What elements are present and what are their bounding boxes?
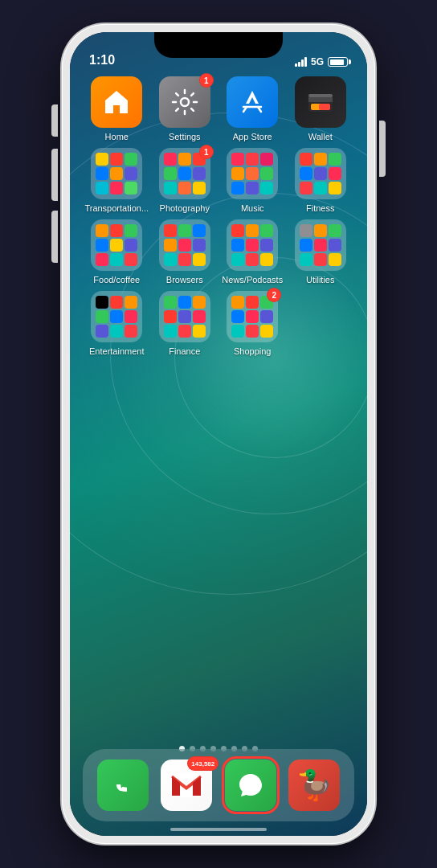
mini-app bbox=[300, 182, 312, 194]
mini-app bbox=[96, 224, 108, 237]
mini-app bbox=[96, 310, 108, 323]
app-appstore[interactable]: App Store bbox=[220, 76, 284, 141]
home-indicator[interactable] bbox=[170, 828, 267, 831]
mini-app bbox=[260, 325, 273, 338]
dock-messages[interactable] bbox=[225, 760, 276, 811]
status-icons: 5G bbox=[295, 56, 348, 68]
dock-messages-icon bbox=[225, 760, 276, 811]
app-home[interactable]: Home bbox=[84, 76, 149, 141]
folder-transportation-label: Transportation... bbox=[84, 203, 149, 213]
folder-transportation[interactable]: Transportation... bbox=[84, 148, 149, 213]
mini-app bbox=[246, 310, 259, 323]
mini-app bbox=[125, 153, 137, 166]
mini-app bbox=[314, 239, 327, 252]
folder-entertainment[interactable]: Entertainment bbox=[84, 291, 149, 356]
dock-duckduckgo-icon: 🦆 bbox=[288, 760, 340, 811]
mini-app bbox=[231, 224, 244, 237]
mini-app bbox=[110, 153, 123, 166]
mini-app bbox=[231, 296, 244, 309]
network-type: 5G bbox=[311, 56, 324, 68]
mini-app bbox=[246, 153, 259, 166]
mini-app bbox=[231, 310, 244, 323]
app-settings-label: Settings bbox=[169, 132, 201, 141]
mini-app bbox=[193, 296, 206, 309]
mini-app bbox=[231, 325, 244, 338]
home-screen: 1:10 5G bbox=[70, 32, 367, 836]
dock-messages-wrap bbox=[225, 760, 276, 811]
folder-music-icon bbox=[227, 148, 278, 199]
mini-app bbox=[110, 182, 123, 194]
mini-app bbox=[193, 182, 206, 194]
dock-phone[interactable] bbox=[97, 760, 149, 811]
mini-app bbox=[300, 239, 312, 252]
shopping-badge: 2 bbox=[267, 288, 281, 302]
app-wallet-icon bbox=[295, 76, 346, 128]
volume-up-button[interactable] bbox=[51, 149, 58, 201]
folder-fitness-icon bbox=[295, 148, 346, 199]
mini-app bbox=[96, 182, 108, 194]
folder-newspodcasts-label: News/Podcasts bbox=[222, 275, 283, 285]
mini-app bbox=[164, 239, 177, 252]
mini-app bbox=[164, 325, 177, 338]
folder-utilities[interactable]: Utilities bbox=[288, 219, 353, 285]
mini-app bbox=[125, 239, 137, 252]
mini-app bbox=[260, 253, 273, 266]
folder-finance-label: Finance bbox=[169, 346, 200, 356]
app-wallet[interactable]: Wallet bbox=[288, 76, 353, 141]
folder-newspodcasts[interactable]: News/Podcasts bbox=[220, 219, 284, 285]
mini-app bbox=[300, 224, 312, 237]
mini-app bbox=[125, 224, 137, 237]
mini-app bbox=[246, 167, 259, 180]
folder-shopping[interactable]: 2 Shopping bbox=[220, 291, 284, 356]
gmail-badge: 143,582 bbox=[187, 756, 218, 771]
volume-down-button[interactable] bbox=[51, 211, 58, 263]
folder-finance-icon bbox=[159, 291, 210, 342]
mini-app bbox=[110, 224, 123, 237]
mini-app bbox=[193, 325, 206, 338]
mute-button[interactable] bbox=[51, 104, 58, 137]
mini-app bbox=[178, 239, 191, 252]
power-button[interactable] bbox=[379, 121, 386, 177]
folder-fitness[interactable]: Fitness bbox=[288, 148, 353, 213]
mini-app bbox=[193, 239, 206, 252]
folder-photography-label: Photography bbox=[160, 203, 210, 213]
app-appstore-wrap bbox=[227, 76, 278, 128]
mini-app bbox=[178, 310, 191, 323]
mini-app bbox=[164, 182, 177, 194]
folder-newspodcasts-icon bbox=[227, 219, 278, 271]
folder-browsers-label: Browsers bbox=[166, 275, 203, 285]
mini-app bbox=[246, 325, 259, 338]
mini-app bbox=[193, 224, 206, 237]
mini-app bbox=[96, 239, 108, 252]
app-settings[interactable]: 1 Settings bbox=[153, 76, 217, 141]
folder-photography-wrap: 1 bbox=[159, 148, 210, 199]
mini-app bbox=[125, 325, 137, 338]
folder-photography[interactable]: 1 Photography bbox=[153, 148, 217, 213]
mini-app bbox=[260, 239, 273, 252]
folder-finance[interactable]: Finance bbox=[153, 291, 217, 356]
folder-music[interactable]: Music bbox=[220, 148, 284, 213]
mini-app bbox=[110, 239, 123, 252]
mini-app bbox=[178, 167, 191, 180]
mini-app bbox=[260, 167, 273, 180]
mini-app bbox=[193, 310, 206, 323]
mini-app bbox=[231, 239, 244, 252]
status-time: 1:10 bbox=[89, 53, 115, 68]
app-home-label: Home bbox=[105, 132, 129, 141]
folder-foodcoffee-wrap bbox=[91, 219, 142, 271]
dock-duckduckgo[interactable]: 🦆 bbox=[288, 760, 340, 811]
folder-entertainment-wrap bbox=[91, 291, 142, 342]
mini-app bbox=[125, 253, 137, 266]
dock-gmail[interactable]: 143,582 bbox=[161, 760, 212, 811]
svg-rect-2 bbox=[308, 97, 333, 102]
dock: 143,582 bbox=[83, 749, 354, 821]
mini-app bbox=[96, 325, 108, 338]
mini-app bbox=[96, 167, 108, 180]
mini-app bbox=[231, 153, 244, 166]
folder-foodcoffee[interactable]: Food/coffee bbox=[84, 219, 149, 285]
svg-rect-5 bbox=[319, 104, 330, 110]
mini-app bbox=[260, 182, 273, 194]
mini-app bbox=[314, 182, 327, 194]
mini-app bbox=[125, 310, 137, 323]
folder-browsers[interactable]: Browsers bbox=[153, 219, 217, 285]
